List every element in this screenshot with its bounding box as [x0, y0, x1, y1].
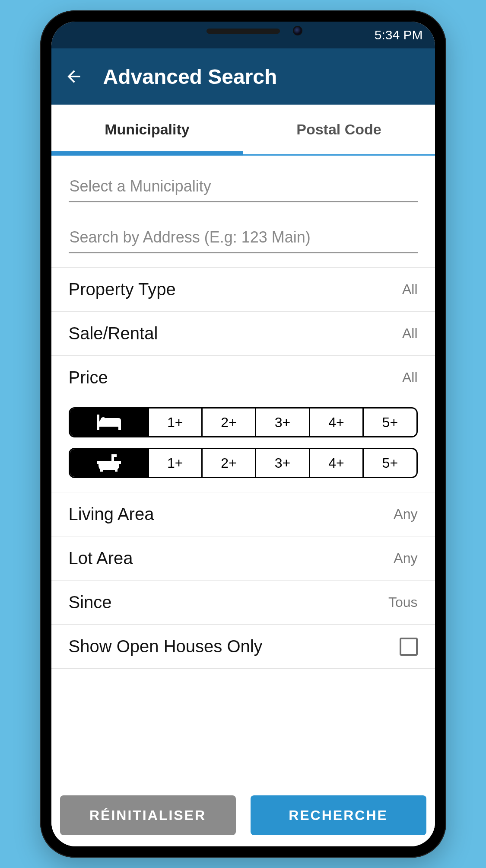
bedrooms-1plus[interactable]: 1+ — [148, 408, 201, 436]
filter-living-area[interactable]: Living Area Any — [51, 492, 435, 536]
filter-label: Since — [69, 593, 112, 612]
tab-bar: Municipality Postal Code — [51, 105, 435, 156]
filter-value: All — [402, 281, 418, 297]
address-input[interactable] — [69, 222, 418, 253]
app-bar: Advanced Search — [51, 48, 435, 105]
phone-camera — [293, 26, 302, 35]
bath-icon-cell[interactable] — [70, 449, 148, 477]
reset-button[interactable]: RÉINITIALISER — [60, 795, 236, 835]
bath-icon — [97, 453, 121, 472]
search-button[interactable]: RECHERCHE — [251, 795, 426, 835]
filter-label: Price — [69, 368, 108, 387]
content: Property Type All Sale/Rental All Price … — [51, 156, 435, 788]
tab-label: Municipality — [105, 121, 189, 138]
status-time: 5:34 PM — [375, 28, 423, 42]
bed-icon — [97, 413, 121, 432]
bathrooms-3plus[interactable]: 3+ — [255, 449, 308, 477]
filter-value: Any — [394, 550, 417, 566]
tab-municipality[interactable]: Municipality — [51, 105, 243, 154]
filter-value: All — [402, 326, 418, 341]
svg-rect-7 — [97, 461, 121, 464]
page-title: Advanced Search — [103, 65, 277, 89]
footer: RÉINITIALISER RECHERCHE — [51, 788, 435, 846]
tab-label: Postal Code — [296, 121, 381, 138]
bathrooms-2plus[interactable]: 2+ — [201, 449, 255, 477]
filter-value: All — [402, 370, 418, 386]
filter-lot-area[interactable]: Lot Area Any — [51, 536, 435, 581]
filter-property-type[interactable]: Property Type All — [51, 268, 435, 312]
bedrooms-segment: 1+ 2+ 3+ 4+ 5+ — [69, 407, 418, 437]
back-button[interactable] — [62, 64, 86, 89]
screen: 5:34 PM Advanced Search Municipality Pos… — [51, 22, 435, 846]
status-bar: 5:34 PM — [51, 22, 435, 48]
svg-rect-4 — [97, 423, 99, 430]
svg-rect-9 — [115, 469, 118, 472]
tab-postal-code[interactable]: Postal Code — [243, 105, 435, 154]
bed-bath-section: 1+ 2+ 3+ 4+ 5+ — [51, 399, 435, 492]
bedrooms-3plus[interactable]: 3+ — [255, 408, 308, 436]
svg-rect-6 — [111, 454, 117, 457]
filter-label: Living Area — [69, 504, 154, 524]
filter-label: Sale/Rental — [69, 324, 158, 343]
phone-frame: 5:34 PM Advanced Search Municipality Pos… — [40, 10, 446, 858]
municipality-input[interactable] — [69, 171, 418, 202]
filter-label: Show Open Houses Only — [69, 637, 263, 656]
filter-since[interactable]: Since Tous — [51, 581, 435, 625]
bedrooms-4plus[interactable]: 4+ — [309, 408, 362, 436]
svg-rect-2 — [97, 423, 121, 427]
bathrooms-segment: 1+ 2+ 3+ 4+ 5+ — [69, 448, 418, 478]
filter-label: Property Type — [69, 280, 176, 299]
filter-value: Any — [394, 506, 417, 522]
search-button-label: RECHERCHE — [289, 807, 388, 823]
filter-open-houses[interactable]: Show Open Houses Only — [51, 625, 435, 669]
bed-icon-cell[interactable] — [70, 408, 148, 436]
bedrooms-2plus[interactable]: 2+ — [201, 408, 255, 436]
filter-price[interactable]: Price All — [51, 356, 435, 399]
bathrooms-5plus[interactable]: 5+ — [362, 449, 416, 477]
reset-button-label: RÉINITIALISER — [89, 807, 206, 823]
bathrooms-4plus[interactable]: 4+ — [309, 449, 362, 477]
arrow-left-icon — [64, 67, 83, 86]
bedrooms-5plus[interactable]: 5+ — [362, 408, 416, 436]
svg-rect-8 — [100, 469, 103, 472]
bathrooms-1plus[interactable]: 1+ — [148, 449, 201, 477]
phone-speaker — [206, 29, 280, 34]
open-houses-checkbox[interactable] — [400, 638, 418, 656]
filter-value: Tous — [388, 594, 418, 610]
filter-sale-rental[interactable]: Sale/Rental All — [51, 312, 435, 356]
inputs-section — [51, 156, 435, 268]
filter-label: Lot Area — [69, 549, 133, 568]
svg-rect-3 — [118, 423, 121, 430]
